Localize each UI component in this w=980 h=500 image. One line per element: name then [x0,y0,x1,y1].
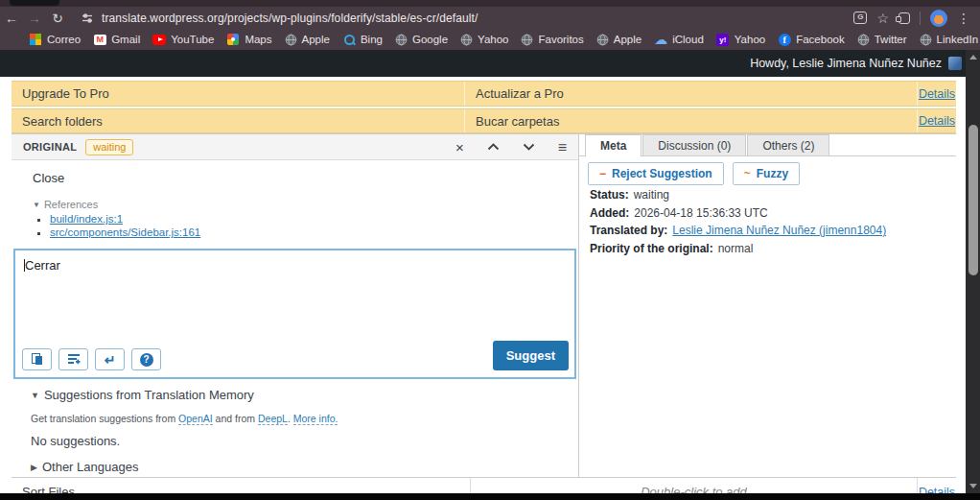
reference-link[interactable]: build/index.js:1 [50,213,123,225]
original-string-cell[interactable]: Search folders [12,109,464,132]
previous-string-icon[interactable] [487,143,500,151]
bookmark-facebook[interactable]: fFacebook [778,33,845,46]
references-toggle[interactable]: ▼References [33,199,98,210]
bookmark-apple[interactable]: Apple [285,34,330,46]
bookmark-label: Yahoo [478,34,508,45]
bookmark-icloud[interactable]: ☁iCloud [654,33,704,46]
url-bar[interactable]: translate.wordpress.org/projects/wp-plug… [73,9,853,27]
help-button[interactable]: ? [131,348,161,370]
screen: ← → ↻ translate.wordpress.org/projects/w… [0,0,980,500]
bookmark-label: Facebook [796,34,845,45]
bookmark-label: Correo [47,34,81,45]
bookmark-label: Gmail [111,34,140,45]
globe-icon [395,34,408,46]
bookmark-label: Favoritos [538,34,583,45]
yahoo-icon: y! [716,34,729,46]
no-suggestions-text: No suggestions. [31,434,120,448]
bookmark-label: YouTube [171,34,214,45]
bookmark-apple-2[interactable]: Apple [596,34,642,46]
openai-link[interactable]: OpenAI [178,413,213,425]
translate-icon[interactable]: G [853,12,867,24]
insert-special-button[interactable] [58,348,88,370]
bookmark-yahoo-2[interactable]: y!Yahoo [716,33,765,46]
window-bottom-edge [0,493,980,500]
bookmark-favoritos[interactable]: Favoritos [521,34,583,46]
bookmark-maps[interactable]: Maps [226,33,271,46]
meta-added-row: Added:2026-04-18 15:36:33 UTC [590,207,886,221]
reject-dash-icon: − [599,167,606,180]
translator-profile-link[interactable]: Leslie Jimena Nuñez Nuñez (jimenn1804) [672,224,886,237]
bookmark-label: Apple [302,34,330,45]
browser-profile-avatar[interactable] [930,10,947,27]
original-string-cell[interactable]: Upgrade To Pro [12,82,464,106]
tab-discussion[interactable]: Discussion (0) [642,134,746,155]
reject-suggestion-button[interactable]: −Reject Suggestion [588,162,724,185]
collapse-arrow-icon: ▼ [31,391,39,400]
tab-meta[interactable]: Meta [585,134,642,156]
translation-row[interactable]: Search folders Bucar carpetas Details [12,108,956,133]
site-info-icon[interactable] [81,12,94,25]
menu-icon[interactable]: ⋮ [957,11,970,26]
maps-icon [227,34,239,45]
bookmark-google[interactable]: Google [395,34,448,46]
bookmark-youtube[interactable]: YouTube [152,33,214,46]
bookmark-yahoo[interactable]: Yahoo [460,34,508,46]
next-string-icon[interactable] [523,143,535,151]
original-string-text: Close [33,171,64,185]
translation-cell[interactable]: Actualizar a Pro [464,82,917,106]
bookmark-star-icon[interactable]: ☆ [876,11,889,26]
copy-original-button[interactable] [22,348,52,370]
meta-tabs: Meta Discussion (0) Others (2) [579,134,956,156]
bookmark-correo[interactable]: Correo [29,33,81,46]
paste-text-icon [67,353,81,366]
close-editor-icon[interactable]: × [455,140,464,155]
bookmark-gmail[interactable]: MGmail [93,33,140,46]
meta-panel: Meta Discussion (0) Others (2) −Reject S… [578,133,956,477]
menu-icon[interactable]: ≡ [558,140,567,155]
url-text[interactable]: translate.wordpress.org/projects/wp-plug… [102,12,478,25]
translation-input-wrapper: Cerrar ↵ ? Suggest [13,249,576,379]
translation-textarea[interactable]: Cerrar [15,250,574,339]
microsoft-icon [30,34,41,45]
deepl-link[interactable]: DeepL [258,413,288,425]
translation-row[interactable]: Upgrade To Pro Actualizar a Pro Details [12,81,956,107]
enter-icon: ↵ [105,353,116,367]
insert-newline-button[interactable]: ↵ [95,348,125,370]
youtube-icon [152,35,166,45]
original-label: ORIGINAL [23,141,77,153]
tm-suggestions-toggle[interactable]: ▼Suggestions from Translation Memory [31,388,254,402]
active-tab[interactable] [10,0,59,6]
facebook-icon: f [779,34,791,46]
reference-link[interactable]: src/components/Sidebar.js:161 [50,226,200,238]
reload-icon[interactable]: ↻ [46,8,69,29]
other-languages-toggle[interactable]: ▶Other Languages [31,460,138,474]
more-info-link[interactable]: More info. [293,413,338,425]
scroll-up-icon[interactable] [969,55,977,60]
collapse-arrow-icon: ▼ [33,201,40,209]
bookmark-label: LinkedIn [937,34,978,45]
suggest-button[interactable]: Suggest [493,341,569,370]
details-link[interactable]: Details [919,87,955,101]
fuzzy-button[interactable]: ~Fuzzy [733,162,800,185]
globe-icon [920,34,932,46]
page-scrollbar[interactable] [966,50,980,493]
forward-icon[interactable]: → [23,8,46,29]
bookmark-label: Yahoo [735,34,765,45]
icloud-icon: ☁ [654,34,667,45]
details-link[interactable]: Details [919,114,955,128]
bookmark-linkedin[interactable]: LinkedIn [920,34,978,46]
browser-chrome: ← → ↻ translate.wordpress.org/projects/w… [0,0,980,50]
user-avatar[interactable] [948,57,962,70]
translation-cell[interactable]: Bucar carpetas [464,109,917,132]
bookmark-bing[interactable]: Bing [342,33,383,46]
howdy-account-link[interactable]: Howdy, Leslie Jimena Nuñez Nuñez [750,57,942,70]
scroll-down-icon[interactable] [969,484,977,488]
tab-strip [0,0,980,7]
bookmark-twitter[interactable]: Twitter [857,34,907,46]
globe-icon [857,34,870,46]
tab-others[interactable]: Others (2) [747,134,829,155]
scrollbar-thumb[interactable] [968,125,978,275]
bookmark-label: Twitter [875,34,907,45]
extensions-icon[interactable] [898,12,910,24]
back-icon[interactable]: ← [0,8,23,29]
